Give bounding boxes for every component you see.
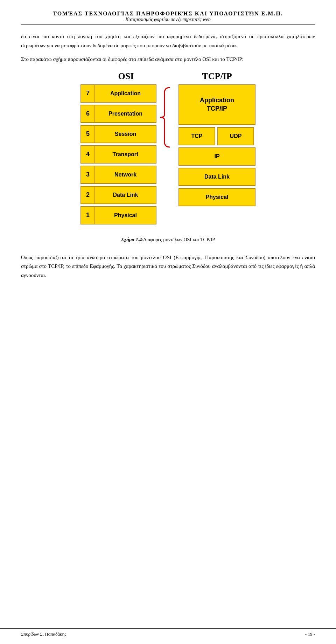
osi-row-7: 7 Application — [80, 84, 156, 103]
tcpip-udp-box: UDP — [217, 127, 254, 145]
page-header: Τομέας Τεχνολογίας Πληροφορικής και Υπολ… — [21, 11, 315, 25]
osi-number-5: 5 — [80, 125, 95, 143]
tcpip-application-box: ApplicationTCP/IP — [178, 84, 255, 125]
tcpip-transport-row: TCP UDP — [178, 127, 254, 145]
osi-label-3: Network — [95, 166, 156, 184]
tcpip-ip-box: IP — [178, 147, 255, 166]
brace-area — [158, 86, 175, 149]
osi-label-5: Session — [95, 125, 156, 143]
paragraph-2: Στο παρακάτω σχήμα παρουσιάζονται οι δια… — [21, 55, 315, 64]
osi-number-6: 6 — [80, 105, 95, 123]
figure-text: :Διαφορές μοντέλων OSI και TCP/IP — [142, 237, 215, 242]
tcpip-datalink-box: Data Link — [178, 168, 255, 186]
diagram-inner: OSI 7 Application 6 Presentation 5 Sessi… — [80, 71, 255, 227]
osi-column: OSI 7 Application 6 Presentation 5 Sessi… — [80, 71, 158, 227]
osi-row-1: 1 Physical — [80, 206, 156, 224]
osi-label-1: Physical — [95, 206, 156, 224]
osi-title: OSI — [80, 71, 158, 82]
header-subtitle: Καταμερισμός φορτίου σε εξυπηρετητές web — [21, 17, 315, 22]
figure-label: Σχήμα 1.4 — [121, 237, 142, 242]
osi-number-3: 3 — [80, 166, 95, 184]
osi-number-1: 1 — [80, 206, 95, 224]
osi-row-3: 3 Network — [80, 166, 156, 184]
footer-author: Σπυρίδων Σ. Παπαδάκης — [21, 631, 66, 637]
footer-page: - 19 - — [305, 631, 315, 637]
tcpip-tcp-box: TCP — [178, 127, 215, 145]
tcpip-physical-box: Physical — [178, 188, 255, 206]
osi-row-2: 2 Data Link — [80, 186, 156, 204]
osi-number-4: 4 — [80, 145, 95, 164]
osi-row-4: 4 Transport — [80, 145, 156, 164]
paragraph-3: Όπως παρουσιάζεται τα τρία ανώτερα στρώμ… — [21, 253, 315, 280]
figure-caption: Σχήμα 1.4:Διαφορές μοντέλων OSI και TCP/… — [21, 237, 315, 243]
osi-label-4: Transport — [95, 145, 156, 164]
osi-label-2: Data Link — [95, 186, 156, 204]
osi-number-7: 7 — [80, 84, 95, 103]
osi-row-5: 5 Session — [80, 125, 156, 143]
header-title: Τομέας Τεχνολογίας Πληροφορικής και Υπολ… — [21, 11, 315, 17]
diagram-container: OSI 7 Application 6 Presentation 5 Sessi… — [21, 71, 315, 227]
page-footer: Σπυρίδων Σ. Παπαδάκης - 19 - — [0, 628, 336, 637]
osi-row-6: 6 Presentation — [80, 105, 156, 123]
osi-label-7: Application — [95, 84, 156, 103]
tcpip-title: TCP/IP — [178, 71, 255, 82]
osi-number-2: 2 — [80, 186, 95, 204]
brace-svg — [158, 86, 175, 149]
page-container: Τομέας Τεχνολογίας Πληροφορικής και Υπολ… — [0, 0, 336, 306]
tcpip-column: TCP/IP ApplicationTCP/IP TCP UDP IP Data… — [178, 71, 255, 208]
osi-label-6: Presentation — [95, 105, 156, 123]
paragraph-1: δα είναι πιο κοντά στη λογική του χρήστη… — [21, 32, 315, 50]
